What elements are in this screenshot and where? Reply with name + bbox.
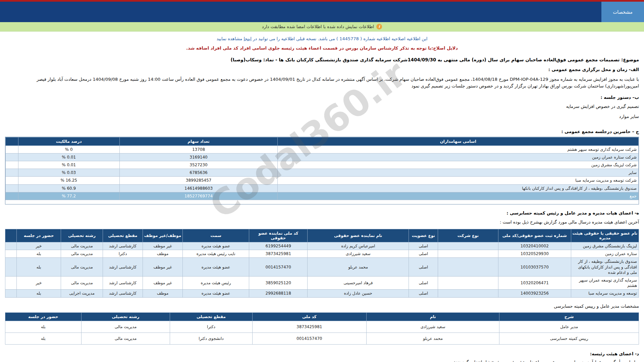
table-row: سایر67856360.03 % [6, 169, 639, 177]
empty-header-cell [6, 137, 18, 145]
empty-cell [5, 276, 17, 289]
table-cell: 10103037570 [498, 258, 571, 277]
table-cell: شرکت سرمایه گذاری توسعه سپهر هشتم [278, 145, 639, 153]
column-header: سمت [182, 229, 249, 242]
empty-cell [6, 153, 18, 161]
empty-cell [6, 184, 18, 192]
signature-status-text: اطلاعات نمایش داده شده با اطلاعات امضا ش… [262, 24, 374, 29]
section-a-title: الف- زمان و محل برگزاری مجمع عمومی : [5, 67, 639, 72]
table-cell: مدیریت مالی [61, 276, 103, 289]
ceo-audit-table: شرحنامکد ملیمقطع تحصیلیرشته تحصیلیحضور د… [5, 312, 639, 345]
column-header: مقطع تحصیلی [170, 312, 253, 321]
report-content: Codal360.ir این اطلاعیه اصلاحیه اطلاعیه … [0, 32, 644, 362]
table-row: صندوق بازنشستگی ،وظیفه ، از کار افتادگی … [5, 258, 639, 277]
table-cell: بله [17, 250, 61, 258]
total-row: جمع1852776977477.2 % [6, 192, 639, 200]
table-cell: اصلی [409, 290, 438, 297]
table-cell [438, 250, 498, 258]
column-header: شرح [499, 312, 639, 321]
table-cell: 10320529930 [498, 250, 571, 258]
table-cell: 14614988603 [119, 184, 278, 192]
agenda-item-1: تصمیم گیری در خصوص افزایش سرمایه [5, 103, 639, 110]
column-header: حضور در جلسه [17, 229, 61, 242]
table-header-row: اسامی سهامدارانتعداد سهامدرصد مالکیت [6, 137, 639, 145]
table-row: توسعه و مدیریت سرمایه صبا14003923256اصلی… [5, 290, 639, 297]
table-cell: مدیریت اجرایی [61, 290, 103, 297]
table-cell: 3873425981 [252, 321, 366, 333]
table-cell: بله [5, 333, 82, 344]
table-cell: امیرعباس کریم زاده [308, 242, 409, 250]
table-cell: 0.01 % [18, 153, 119, 161]
amendment-notice-prefix: این اطلاعیه اصلاحیه اطلاعیه شماره ( 1445… [252, 36, 427, 41]
table-cell: اصلی [409, 242, 438, 250]
table-cell: 3899285457 [119, 177, 278, 184]
table-cell: سایر [278, 169, 639, 177]
column-header: رشته تحصیلی [61, 229, 103, 242]
table-cell: رئیس هیئت مدیره [182, 276, 249, 289]
section-e-title: ه- اعضای هیات مدیره و مدیر عامل و رئیس ک… [5, 210, 639, 216]
table-cell: لیزینگ بازنشستگان مشرق زمین [571, 242, 639, 250]
board-members-table: نام عضو حقیقی یا حقوقی هیئت مدیرهشماره ث… [5, 229, 639, 298]
ceo-section-title: مشخصات مدیر عامل و رییس کمیته حسابرسی [5, 303, 639, 310]
empty-cell [6, 161, 18, 169]
table-cell: 60.9 % [18, 184, 119, 192]
empty-cell [6, 145, 18, 153]
tab-specifications-label: مشخصات [613, 9, 633, 15]
column-header: نام نماینده عضو حقوقی [308, 229, 409, 242]
table-cell: حسین عادل زاده [308, 290, 409, 297]
table-row: شرکت سرمایه گذاری توسعه سپهر هشتم137080 … [6, 145, 639, 153]
table-cell: اصلی [409, 258, 438, 277]
table-cell: نایب رئیس هیئت مدیره [182, 250, 249, 258]
total-cell: 77.2 % [18, 192, 119, 200]
table-cell: اصلی [409, 276, 438, 289]
column-header: موظف/غیر موظف [143, 229, 182, 242]
table-cell: 16.25 % [18, 177, 119, 184]
empty-cell [5, 242, 17, 250]
table-cell: رییس کمیته حسابرسی [499, 333, 639, 344]
tab-specifications[interactable]: مشخصات [601, 2, 644, 22]
app-header: مشخصات [0, 2, 644, 22]
signature-status-bar: i اطلاعات نمایش داده شده با اطلاعات امضا… [0, 22, 644, 32]
column-header: شماره ثبت عضو حقوقی/کد ملی [498, 229, 571, 242]
empty-cell [5, 258, 17, 277]
table-cell: 3527230 [119, 161, 278, 169]
total-cell: 18527769774 [119, 192, 278, 200]
table-cell: محمد عربلو [308, 258, 409, 277]
table-cell: غیر موظف [143, 242, 182, 250]
table-cell: سرمایه گذاری توسعه عمران سپهر هشتم [571, 276, 639, 289]
table-cell: 3169140 [119, 153, 278, 161]
table-cell: دانشجوی دکترا [170, 333, 253, 344]
column-header: اسامی سهامداران [278, 137, 639, 145]
shareholders-table-frame: اسامی سهامدارانتعداد سهامدرصد مالکیتشرکت… [5, 137, 639, 204]
total-cell: جمع [278, 192, 639, 200]
table-cell: عضو هیئت مدیره [182, 242, 249, 250]
table-row: صندوق بازنشستگی ،وظیفه ، از کارافتادگی و… [6, 184, 639, 192]
section-b-title: ب– دستور جلسه : [5, 95, 639, 100]
section-d-subtitle: براساس رأی‌گیری به‌عمل‌آمده در جلسه مجمع… [5, 359, 639, 362]
table-cell: عضو هیئت مدیره [182, 258, 249, 277]
table-cell: کارشناسی ارشد [103, 290, 143, 297]
table-cell [438, 276, 498, 289]
table-cell [438, 258, 498, 277]
table-cell: 0.01 % [18, 161, 119, 169]
empty-cell [5, 250, 17, 258]
table-row: لیزینگ بازنشستگان مشرق زمین10320410002اص… [5, 242, 639, 250]
table-row: شرکت توسعه و مدیریت سرمایه صبا3899285457… [6, 177, 639, 184]
table-header-row: نام عضو حقیقی یا حقوقی هیئت مدیرهشماره ث… [5, 229, 639, 242]
table-row: رییس کمیته حسابرسیمحمد عربلو0014157470دا… [5, 333, 639, 344]
table-cell: مدیریت مالی [81, 333, 170, 344]
table-cell: 0.03 % [18, 169, 119, 177]
column-header: نوع شرکت [438, 229, 498, 242]
table-cell: صندوق بازنشستگی ،وظیفه ، از کار افتادگی … [571, 258, 639, 277]
section-e-subtitle: آخرین اعضای هیئت مدیره درسال مالی مورد گ… [5, 219, 639, 226]
table-row: ستاره عمران زمین10320529930اصلیسعید شیرز… [5, 250, 639, 258]
table-cell: 2992688118 [249, 290, 308, 297]
empty-cell [6, 177, 18, 184]
column-header: درصد مالکیت [18, 137, 119, 145]
table-cell: فرهاد امیرحسینی [308, 276, 409, 289]
table-cell: سعید شیرزادی [366, 321, 499, 333]
previous-version-link[interactable]: اینجا [244, 36, 252, 41]
table-cell: صندوق بازنشستگی ،وظیفه ، از کارافتادگی و… [278, 184, 639, 192]
column-header: تعداد سهام [119, 137, 278, 145]
table-cell: اصلی [409, 250, 438, 258]
